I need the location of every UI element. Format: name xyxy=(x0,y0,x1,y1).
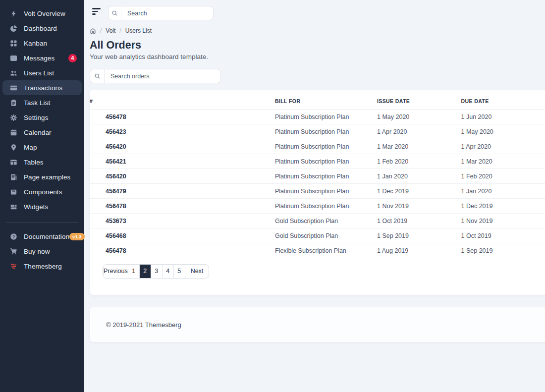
table-row[interactable]: 456478 Platinum Subscription Plan 1 Nov … xyxy=(90,199,545,214)
order-issue-date: 1 Nov 2019 xyxy=(377,199,461,214)
order-bill-for: Platinum Subscription Plan xyxy=(275,124,377,139)
cart-icon xyxy=(9,247,17,255)
file-icon xyxy=(9,173,17,181)
order-id: 453673 xyxy=(90,214,275,228)
order-issue-date: 1 Apr 2020 xyxy=(377,124,461,139)
sidebar-item-volt-overview[interactable]: Volt Overview xyxy=(2,6,82,21)
gear-icon xyxy=(9,113,17,121)
page-button-5[interactable]: 5 xyxy=(173,265,185,278)
sidebar-item-label: Documentation xyxy=(24,233,69,240)
order-id: 456478 xyxy=(90,243,275,258)
order-due-date: 1 Dec 2019 xyxy=(461,199,545,214)
order-id: 456423 xyxy=(90,124,275,139)
sidebar-item-users-list[interactable]: Users List xyxy=(2,65,82,80)
sidebar-item-messages[interactable]: Messages 4 xyxy=(2,51,82,65)
main-content: / Volt / Users List All Orders Your web … xyxy=(84,0,545,392)
order-due-date: 1 Jan 2020 xyxy=(461,184,545,199)
inbox-icon xyxy=(9,54,17,62)
table-icon xyxy=(9,158,17,166)
sidebar-item-widgets[interactable]: Widgets xyxy=(2,199,82,214)
order-bill-for: Platinum Subscription Plan xyxy=(275,110,377,124)
orders-table: #BILL FORISSUE DATEDUE DATE 456478 Plati… xyxy=(90,90,545,258)
sidebar-item-components[interactable]: Components xyxy=(2,184,82,199)
table-row[interactable]: 456423 Platinum Subscription Plan 1 Apr … xyxy=(90,124,545,139)
sidebar-item-task-list[interactable]: Task List xyxy=(2,95,82,110)
sidebar-item-settings[interactable]: Settings xyxy=(2,110,82,125)
sidebar-nav: Volt Overview Dashboard Kanban Messages … xyxy=(0,6,84,214)
table-row[interactable]: 456479 Platinum Subscription Plan 1 Dec … xyxy=(90,184,545,199)
page-title: All Orders xyxy=(90,39,141,52)
page-button-1[interactable]: 1 xyxy=(128,265,139,278)
search-icon xyxy=(90,69,105,83)
order-issue-date: 1 Sep 2019 xyxy=(377,228,461,243)
table-row[interactable]: 456420 Platinum Subscription Plan 1 Jan … xyxy=(90,169,545,184)
sidebar-badge: 4 xyxy=(68,54,77,62)
sidebar-item-label: Page examples xyxy=(24,173,70,181)
sidebar-item-page-examples[interactable]: Page examples xyxy=(2,169,82,184)
order-issue-date: 1 Feb 2020 xyxy=(377,154,461,169)
table-row[interactable]: 456421 Platinum Subscription Plan 1 Feb … xyxy=(90,154,545,169)
order-issue-date: 1 Aug 2019 xyxy=(377,243,461,258)
menu-toggle-button[interactable] xyxy=(92,8,101,15)
sidebar-item-label: Volt Overview xyxy=(24,10,65,17)
themesberg-logo-icon xyxy=(9,262,17,270)
sidebar-item-label: Users List xyxy=(24,69,54,77)
sidebar-item-buy-now[interactable]: Buy now xyxy=(2,244,82,259)
box-icon xyxy=(9,188,17,196)
column-header-bill-for: BILL FOR xyxy=(275,90,377,110)
sidebar: Volt Overview Dashboard Kanban Messages … xyxy=(0,0,84,392)
sidebar-item-dashboard[interactable]: Dashboard xyxy=(2,21,82,36)
topbar-search[interactable] xyxy=(108,6,214,20)
order-due-date: 1 Jun 2020 xyxy=(461,110,545,124)
topbar-search-input[interactable] xyxy=(121,6,213,20)
order-issue-date: 1 Oct 2019 xyxy=(377,214,461,228)
page-button-4[interactable]: 4 xyxy=(162,265,173,278)
table-row[interactable]: 456478 Flexible Subscription Plan 1 Aug … xyxy=(90,243,545,258)
breadcrumb-volt[interactable]: Volt xyxy=(106,27,115,34)
order-bill-for: Platinum Subscription Plan xyxy=(275,139,377,154)
order-issue-date: 1 Mar 2020 xyxy=(377,139,461,154)
sidebar-item-transactions[interactable]: Transactions xyxy=(2,80,82,95)
sidebar-item-tables[interactable]: Tables xyxy=(2,155,82,169)
table-row[interactable]: 456478 Platinum Subscription Plan 1 May … xyxy=(90,110,545,124)
sidebar-item-map[interactable]: Map xyxy=(2,140,82,155)
table-row[interactable]: 456420 Platinum Subscription Plan 1 Mar … xyxy=(90,139,545,154)
sidebar-item-themesberg[interactable]: Themesberg xyxy=(2,259,82,274)
users-icon xyxy=(9,69,17,77)
search-icon xyxy=(109,6,121,20)
order-bill-for: Platinum Subscription Plan xyxy=(275,184,377,199)
home-icon[interactable] xyxy=(90,28,96,34)
order-id: 456478 xyxy=(90,110,275,124)
sidebar-secondary-nav: ? Documentation v1.3 Buy now Themesberg xyxy=(0,229,84,274)
column-header-: # xyxy=(90,90,275,110)
map-pin-icon xyxy=(9,143,17,151)
orders-search[interactable] xyxy=(90,69,221,83)
orders-card: #BILL FORISSUE DATEDUE DATE 456478 Plati… xyxy=(90,90,545,295)
page-button-3[interactable]: 3 xyxy=(151,265,162,278)
order-bill-for: Platinum Subscription Plan xyxy=(275,154,377,169)
sidebar-item-label: Calendar xyxy=(24,129,52,136)
breadcrumb: / Volt / Users List xyxy=(90,27,152,34)
page-button-next[interactable]: Next xyxy=(185,265,209,278)
order-bill-for: Platinum Subscription Plan xyxy=(275,199,377,214)
order-bill-for: Platinum Subscription Plan xyxy=(275,169,377,184)
orders-search-input[interactable] xyxy=(105,69,220,83)
sidebar-item-label: Settings xyxy=(24,114,49,121)
page-button-previous[interactable]: Previous xyxy=(103,265,128,278)
breadcrumb-users-list[interactable]: Users List xyxy=(125,27,152,34)
order-id: 456421 xyxy=(90,154,275,169)
svg-text:?: ? xyxy=(12,234,14,239)
order-bill-for: Gold Subscription Plan xyxy=(275,228,377,243)
pagination: Previous12345Next xyxy=(103,264,209,279)
question-circle-icon: ? xyxy=(9,232,17,240)
sidebar-item-calendar[interactable]: Calendar xyxy=(2,125,82,140)
calendar-icon xyxy=(9,128,17,136)
table-row[interactable]: 456468 Gold Subscription Plan 1 Sep 2019… xyxy=(90,228,545,243)
column-header-issue-date: ISSUE DATE xyxy=(377,90,461,110)
page-button-2[interactable]: 2 xyxy=(139,265,151,278)
sidebar-item-kanban[interactable]: Kanban xyxy=(2,36,82,51)
table-row[interactable]: 453673 Gold Subscription Plan 1 Oct 2019… xyxy=(90,214,545,228)
order-due-date: 1 May 2020 xyxy=(461,124,545,139)
order-id: 456420 xyxy=(90,169,275,184)
sidebar-item-documentation[interactable]: ? Documentation v1.3 xyxy=(2,229,82,244)
